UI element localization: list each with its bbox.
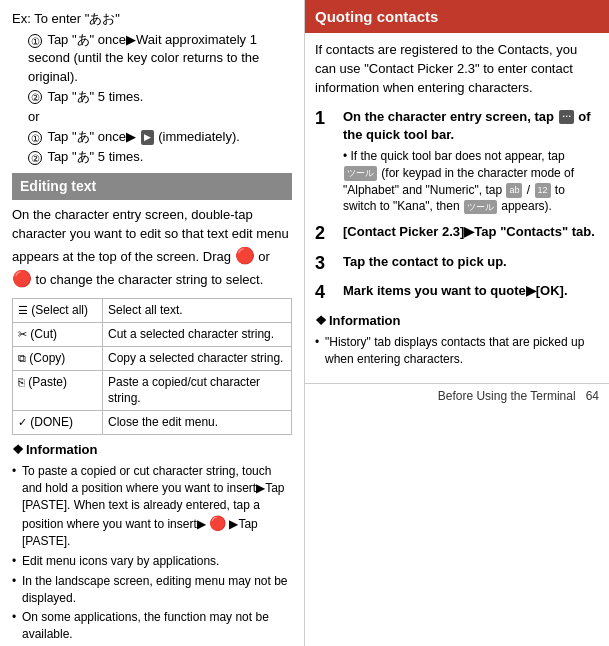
table-cell-label: ✂ (Cut) bbox=[13, 322, 103, 346]
editing-text-header: Editing text bbox=[12, 173, 292, 201]
table-row: ⎘ (Paste) Paste a copied/cut character s… bbox=[13, 370, 292, 411]
steps-list: 1 On the character entry screen, tap ⋯ o… bbox=[315, 108, 599, 304]
step-3: 3 Tap the contact to pick up. bbox=[315, 253, 599, 275]
tool-icon-4: ツール bbox=[464, 200, 497, 215]
list-item: On some applications, the function may n… bbox=[12, 609, 292, 643]
step-extra-1: • If the quick tool bar does not appear,… bbox=[343, 148, 599, 215]
quoting-intro: If contacts are registered to the Contac… bbox=[315, 41, 599, 98]
step-1a: ① Tap "あ" once▶Wait approximately 1 seco… bbox=[12, 31, 292, 86]
step-content-3: Tap the contact to pick up. bbox=[343, 253, 507, 271]
ex-label-text: Ex: To enter "あお" bbox=[12, 11, 120, 26]
menu-icon: ⋯ bbox=[559, 110, 574, 125]
tool-icon-2: ab bbox=[506, 183, 522, 198]
table-row: ✓ (DONE) Close the edit menu. bbox=[13, 411, 292, 435]
table-row: ✂ (Cut) Cut a selected character string. bbox=[13, 322, 292, 346]
footer-text: Before Using the Terminal bbox=[438, 389, 576, 403]
right-info-header: ❖Information bbox=[315, 312, 599, 330]
tap-once-2: Tap "あ" once▶ ▶ (immediately). bbox=[47, 129, 239, 144]
left-column: Ex: To enter "あお" ① Tap "あ" once▶Wait ap… bbox=[0, 0, 305, 646]
right-info-list: "History" tab displays contacts that are… bbox=[315, 334, 599, 368]
step-content-4: Mark items you want to quote▶[OK]. bbox=[343, 282, 568, 300]
step-bold-1: On the character entry screen, tap ⋯ of … bbox=[343, 109, 590, 142]
table-cell-label: ✓ (DONE) bbox=[13, 411, 103, 435]
step-1b: ① Tap "あ" once▶ ▶ (immediately). bbox=[12, 128, 292, 146]
step-4: 4 Mark items you want to quote▶[OK]. bbox=[315, 282, 599, 304]
ex-label: Ex: To enter "あお" bbox=[12, 10, 292, 28]
table-cell-label: ☰ (Select all) bbox=[13, 299, 103, 323]
step-content-1: On the character entry screen, tap ⋯ of … bbox=[343, 108, 599, 216]
or-label: or bbox=[12, 108, 292, 126]
circle-1: ① bbox=[28, 34, 42, 48]
circle-2b: ② bbox=[28, 151, 42, 165]
edit-table: ☰ (Select all) Select all text. ✂ (Cut) … bbox=[12, 298, 292, 435]
footer-page: 64 bbox=[586, 389, 599, 403]
table-cell-desc: Close the edit menu. bbox=[103, 411, 292, 435]
ex-block: Ex: To enter "あお" ① Tap "あ" once▶Wait ap… bbox=[12, 10, 292, 167]
tap-5b: Tap "あ" 5 times. bbox=[47, 149, 143, 164]
tap-5: Tap "あ" 5 times. bbox=[47, 89, 143, 104]
right-column: Quoting contacts If contacts are registe… bbox=[305, 0, 609, 646]
step-num-4: 4 bbox=[315, 282, 337, 304]
quoting-body: If contacts are registered to the Contac… bbox=[305, 33, 609, 379]
table-cell-desc: Select all text. bbox=[103, 299, 292, 323]
editing-para: On the character entry screen, double-ta… bbox=[12, 206, 292, 290]
step-2: 2 [Contact Picker 2.3]▶Tap "Contacts" ta… bbox=[315, 223, 599, 245]
step-content-2: [Contact Picker 2.3]▶Tap "Contacts" tab. bbox=[343, 223, 595, 241]
step-num-1: 1 bbox=[315, 108, 337, 130]
left-info-list: To paste a copied or cut character strin… bbox=[12, 463, 292, 643]
quoting-contacts-header: Quoting contacts bbox=[305, 0, 609, 33]
table-cell-desc: Cut a selected character string. bbox=[103, 322, 292, 346]
step-2a: ② Tap "あ" 5 times. bbox=[12, 88, 292, 106]
list-item: "History" tab displays contacts that are… bbox=[315, 334, 599, 368]
table-cell-label: ⧉ (Copy) bbox=[13, 346, 103, 370]
left-info-header: ❖Information bbox=[12, 441, 292, 459]
tool-icon-3: 12 bbox=[535, 183, 551, 198]
step-2b: ② Tap "あ" 5 times. bbox=[12, 148, 292, 166]
table-cell-label: ⎘ (Paste) bbox=[13, 370, 103, 411]
list-item: To paste a copied or cut character strin… bbox=[12, 463, 292, 550]
circle-1b: ① bbox=[28, 131, 42, 145]
tool-icon-1: ツール bbox=[344, 166, 377, 181]
list-item: Edit menu icons vary by applications. bbox=[12, 553, 292, 570]
table-row: ⧉ (Copy) Copy a selected character strin… bbox=[13, 346, 292, 370]
table-cell-desc: Paste a copied/cut character string. bbox=[103, 370, 292, 411]
step-1: 1 On the character entry screen, tap ⋯ o… bbox=[315, 108, 599, 216]
table-cell-desc: Copy a selected character string. bbox=[103, 346, 292, 370]
step-num-2: 2 bbox=[315, 223, 337, 245]
step-num-3: 3 bbox=[315, 253, 337, 275]
circle-2: ② bbox=[28, 90, 42, 104]
step-bold-2: [Contact Picker 2.3]▶Tap "Contacts" tab. bbox=[343, 224, 595, 239]
icon-right-arrow: ▶ bbox=[141, 130, 154, 145]
table-row: ☰ (Select all) Select all text. bbox=[13, 299, 292, 323]
step-bold-3: Tap the contact to pick up. bbox=[343, 254, 507, 269]
footer: Before Using the Terminal 64 bbox=[305, 383, 609, 409]
tap-once: Tap "あ" once▶Wait approximately 1 second… bbox=[28, 32, 259, 83]
step-bold-4: Mark items you want to quote▶[OK]. bbox=[343, 283, 568, 298]
list-item: In the landscape screen, editing menu ma… bbox=[12, 573, 292, 607]
